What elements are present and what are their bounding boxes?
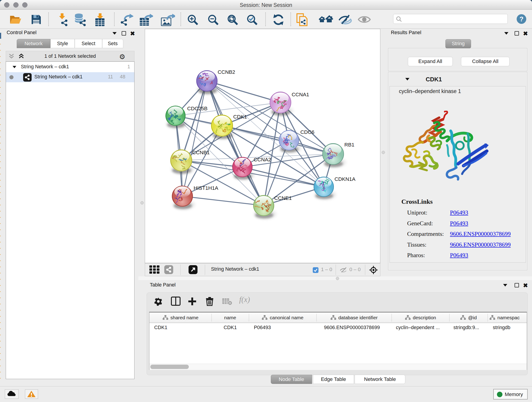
svg-text:CDC6: CDC6 [300, 129, 314, 135]
svg-text:CCNA1: CCNA1 [292, 92, 309, 97]
svg-text:RB1: RB1 [344, 142, 355, 148]
svg-text:HIST1H1A: HIST1H1A [194, 185, 218, 191]
svg-text:CDK1: CDK1 [233, 114, 247, 120]
svg-text:CCNB2: CCNB2 [218, 69, 235, 75]
svg-text:CCNB1: CCNB1 [192, 150, 210, 155]
svg-text:CDC25B: CDC25B [187, 106, 208, 111]
svg-text:CDKN1A: CDKN1A [335, 176, 355, 182]
svg-text:CCNA2: CCNA2 [254, 157, 271, 162]
svg-text:CCNE1: CCNE1 [274, 195, 292, 201]
